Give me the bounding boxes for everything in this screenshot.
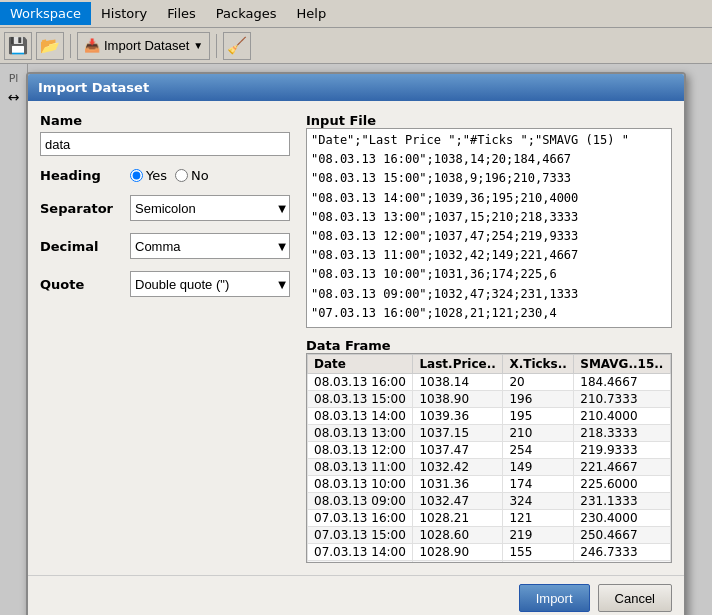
heading-no-text: No xyxy=(191,168,209,183)
table-cell: 219 xyxy=(503,527,574,544)
table-cell: 1037.47 xyxy=(413,442,503,459)
input-file-title: Input File xyxy=(306,113,672,128)
quote-label: Quote xyxy=(40,277,120,292)
input-file-section: Input File "Date";"Last Price ";"#Ticks … xyxy=(306,113,672,328)
table-cell: 08.03.13 12:00 xyxy=(308,442,413,459)
table-cell: 1028.21 xyxy=(413,510,503,527)
table-cell: 20 xyxy=(503,374,574,391)
table-column-header: Date xyxy=(308,355,413,374)
table-cell: 210.7333 xyxy=(574,391,671,408)
data-frame-section: Data Frame DateLast.Price..X.Ticks..SMAV… xyxy=(306,338,672,563)
table-cell: 1026.18 xyxy=(413,561,503,564)
table-cell: 257.6000 xyxy=(574,561,671,564)
table-cell: 07.03.13 13:00 xyxy=(308,561,413,564)
separator-group: Separator Whitespace Comma Semicolon Tab… xyxy=(40,195,290,221)
import-icon: 📥 xyxy=(84,38,100,53)
data-frame-title: Data Frame xyxy=(306,338,672,353)
name-group: Name xyxy=(40,113,290,156)
dialog-footer: Import Cancel xyxy=(28,575,684,615)
import-button[interactable]: Import xyxy=(519,584,590,612)
table-cell: 121 xyxy=(503,510,574,527)
table-cell: 254 xyxy=(503,442,574,459)
heading-no-label[interactable]: No xyxy=(175,168,209,183)
dialog-title: Import Dataset xyxy=(28,74,684,101)
import-dataset-button[interactable]: 📥 Import Dataset ▼ xyxy=(77,32,210,60)
table-row: 08.03.13 12:001037.47254219.9333 xyxy=(308,442,671,459)
chevron-down-icon: ▼ xyxy=(193,40,203,51)
table-cell: 08.03.13 10:00 xyxy=(308,476,413,493)
quote-group: Quote Double quote (") Single quote (') … xyxy=(40,271,290,297)
table-cell: 149 xyxy=(503,459,574,476)
toolbar: 💾 📂 📥 Import Dataset ▼ 🧹 xyxy=(0,28,712,64)
table-cell: 1032.47 xyxy=(413,493,503,510)
table-cell: 1039.36 xyxy=(413,408,503,425)
table-cell: 1032.42 xyxy=(413,459,503,476)
menu-history[interactable]: History xyxy=(91,2,157,25)
table-column-header: X.Ticks.. xyxy=(503,355,574,374)
input-file-line: "08.03.13 12:00";1037,47;254;219,9333 xyxy=(311,227,667,246)
decimal-select[interactable]: Period Comma xyxy=(130,233,290,259)
right-panel: Input File "Date";"Last Price ";"#Ticks … xyxy=(306,113,672,563)
dialog-overlay: Import Dataset Name Heading xyxy=(0,64,712,615)
open-button[interactable]: 📂 xyxy=(36,32,64,60)
table-header: DateLast.Price..X.Ticks..SMAVG..15.. xyxy=(308,355,671,374)
import-label: Import Dataset xyxy=(104,38,189,53)
separator-label: Separator xyxy=(40,201,120,216)
import-dialog: Import Dataset Name Heading xyxy=(26,72,686,615)
table-cell: 225.6000 xyxy=(574,476,671,493)
table-cell: 160 xyxy=(503,561,574,564)
table-cell: 08.03.13 13:00 xyxy=(308,425,413,442)
table-row: 08.03.13 15:001038.90196210.7333 xyxy=(308,391,671,408)
table-cell: 184.4667 xyxy=(574,374,671,391)
table-cell: 221.4667 xyxy=(574,459,671,476)
table-cell: 1028.90 xyxy=(413,544,503,561)
menu-packages[interactable]: Packages xyxy=(206,2,287,25)
heading-yes-radio[interactable] xyxy=(130,169,143,182)
table-cell: 210 xyxy=(503,425,574,442)
input-file-line: "07.03.13 15:00";1028,6;219;250,4667 xyxy=(311,323,667,328)
input-file-content: "Date";"Last Price ";"#Ticks ";"SMAVG (1… xyxy=(311,131,667,328)
header-row: DateLast.Price..X.Ticks..SMAVG..15.. xyxy=(308,355,671,374)
table-row: 07.03.13 13:001026.18160257.6000 xyxy=(308,561,671,564)
save-button[interactable]: 💾 xyxy=(4,32,32,60)
main-area: Pl ↔ Import Dataset Name Heading xyxy=(0,64,712,615)
table-row: 08.03.13 14:001039.36195210.4000 xyxy=(308,408,671,425)
table-cell: 08.03.13 14:00 xyxy=(308,408,413,425)
table-cell: 1037.15 xyxy=(413,425,503,442)
name-input[interactable] xyxy=(40,132,290,156)
table-cell: 231.1333 xyxy=(574,493,671,510)
table-cell: 246.7333 xyxy=(574,544,671,561)
separator-select[interactable]: Whitespace Comma Semicolon Tab Other xyxy=(130,195,290,221)
input-file-line: "08.03.13 11:00";1032,42;149;221,4667 xyxy=(311,246,667,265)
heading-radios: Yes No xyxy=(130,168,209,183)
table-column-header: SMAVG..15.. xyxy=(574,355,671,374)
broom-button[interactable]: 🧹 xyxy=(223,32,251,60)
table-row: 07.03.13 15:001028.60219250.4667 xyxy=(308,527,671,544)
menu-workspace[interactable]: Workspace xyxy=(0,2,91,25)
menu-files[interactable]: Files xyxy=(157,2,206,25)
left-panel: Name Heading Yes xyxy=(40,113,290,563)
table-cell: 08.03.13 09:00 xyxy=(308,493,413,510)
input-file-area[interactable]: "Date";"Last Price ";"#Ticks ";"SMAVG (1… xyxy=(306,128,672,328)
table-cell: 08.03.13 16:00 xyxy=(308,374,413,391)
table-row: 08.03.13 11:001032.42149221.4667 xyxy=(308,459,671,476)
table-cell: 1028.60 xyxy=(413,527,503,544)
data-frame-table: DateLast.Price..X.Ticks..SMAVG..15.. 08.… xyxy=(307,354,671,563)
heading-yes-label[interactable]: Yes xyxy=(130,168,167,183)
table-cell: 07.03.13 15:00 xyxy=(308,527,413,544)
table-cell: 07.03.13 14:00 xyxy=(308,544,413,561)
input-file-line: "08.03.13 09:00";1032,47;324;231,1333 xyxy=(311,285,667,304)
cancel-button[interactable]: Cancel xyxy=(598,584,672,612)
quote-select[interactable]: Double quote (") Single quote (') None xyxy=(130,271,290,297)
table-cell: 210.4000 xyxy=(574,408,671,425)
table-cell: 195 xyxy=(503,408,574,425)
input-file-line: "08.03.13 16:00";1038,14;20;184,4667 xyxy=(311,150,667,169)
menu-help[interactable]: Help xyxy=(287,2,337,25)
table-cell: 08.03.13 11:00 xyxy=(308,459,413,476)
data-frame-area[interactable]: DateLast.Price..X.Ticks..SMAVG..15.. 08.… xyxy=(306,353,672,563)
heading-yes-text: Yes xyxy=(146,168,167,183)
table-row: 08.03.13 16:001038.1420184.4667 xyxy=(308,374,671,391)
table-row: 08.03.13 09:001032.47324231.1333 xyxy=(308,493,671,510)
heading-no-radio[interactable] xyxy=(175,169,188,182)
decimal-label: Decimal xyxy=(40,239,120,254)
